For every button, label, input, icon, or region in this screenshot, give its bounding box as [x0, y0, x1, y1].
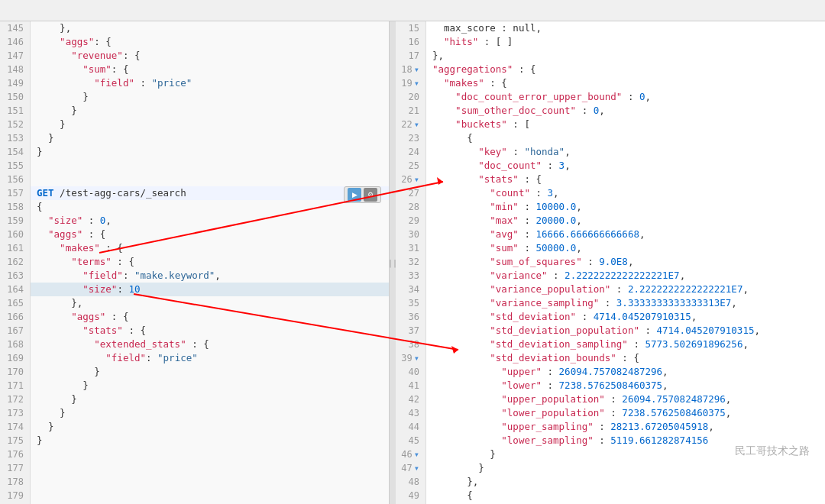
- code-line: 147 "revenue": {: [0, 49, 389, 63]
- json-number: 5773.502691896256: [645, 338, 742, 350]
- json-number: 0: [594, 105, 600, 116]
- fold-icon[interactable]: ▾: [414, 174, 419, 185]
- response-line-content: "std_deviation_sampling" : 5773.50269189…: [426, 338, 749, 351]
- settings-run-button[interactable]: ⚙: [364, 188, 377, 202]
- response-line-content: {: [426, 489, 473, 502]
- json-key: "aggs": [60, 36, 94, 47]
- line-number: 43: [396, 406, 426, 420]
- line-number: 21: [396, 104, 426, 118]
- line-number: 22▾: [396, 118, 426, 131]
- response-line: 15 max_score : null,: [396, 21, 825, 35]
- panel-divider[interactable]: ||: [390, 21, 396, 504]
- response-line-content: "doc_count" : 3,: [426, 159, 571, 173]
- line-content: }: [31, 118, 66, 131]
- line-content: },: [31, 296, 82, 310]
- json-number: 3.3333333333333313E7: [616, 297, 732, 309]
- fold-icon[interactable]: ▾: [414, 119, 419, 130]
- code-line: 172 }: [0, 393, 389, 406]
- fold-icon[interactable]: ▾: [414, 463, 419, 473]
- line-content: }: [31, 393, 77, 406]
- line-number: 26▾: [396, 173, 426, 186]
- menu-history[interactable]: [6, 8, 21, 14]
- line-content: },: [31, 21, 71, 35]
- response-line-content: "key" : "honda",: [426, 145, 571, 159]
- line-number: 175: [0, 434, 31, 447]
- menu-settings[interactable]: [21, 8, 37, 14]
- line-number: 32: [396, 255, 426, 269]
- response-line: 16 "hits" : [ ]: [396, 35, 825, 49]
- fold-icon[interactable]: ▾: [414, 64, 419, 75]
- response-line: 44 "upper_sampling" : 28213.67205045918,: [396, 420, 825, 434]
- line-content: }: [31, 90, 89, 104]
- json-key: "makes": [60, 242, 100, 254]
- json-key: "std_deviation_sampling": [490, 338, 628, 350]
- response-line-content: "upper_sampling" : 28213.67205045918,: [426, 420, 714, 434]
- json-number: 4714.045207910315: [657, 325, 755, 336]
- json-key: "buckets": [455, 118, 507, 130]
- json-key: "std_deviation_bounds": [490, 352, 616, 363]
- code-line: 178: [0, 475, 389, 489]
- response-line: 36 "std_deviation" : 4714.045207910315,: [396, 310, 825, 324]
- json-key: "field": [105, 352, 146, 363]
- line-number: 158: [0, 200, 31, 214]
- line-number: 36: [396, 310, 426, 324]
- fold-icon[interactable]: ▾: [414, 353, 419, 363]
- line-content: "terms" : {: [31, 255, 134, 269]
- json-key: "sum": [490, 242, 519, 254]
- line-number: 154: [0, 145, 31, 159]
- json-key: "stats": [478, 173, 519, 185]
- response-line: 18▾"aggregations" : {: [396, 63, 825, 76]
- code-line: 174 }: [0, 420, 389, 434]
- line-content: "size" : 0,: [31, 214, 112, 228]
- response-line: 23 {: [396, 131, 825, 145]
- line-number: 165: [0, 296, 31, 310]
- response-line: 32 "sum_of_squares" : 9.0E8,: [396, 255, 825, 269]
- code-line: 149 "field" : "price": [0, 76, 389, 90]
- json-key: "stats": [82, 325, 123, 336]
- json-number: 5119.661282874156: [610, 435, 708, 446]
- json-number: 0: [639, 91, 645, 102]
- response-line: 20 "doc_count_error_upper_bound" : 0,: [396, 90, 825, 104]
- line-content: }: [31, 131, 54, 145]
- response-line: 28 "min" : 10000.0,: [396, 200, 825, 214]
- line-number: 29: [396, 214, 426, 228]
- line-content: }: [31, 379, 89, 393]
- line-number: 178: [0, 475, 31, 489]
- response-editor[interactable]: 15 max_score : null,16 "hits" : [ ]17},1…: [396, 21, 825, 504]
- fold-icon[interactable]: ▾: [414, 449, 419, 460]
- json-key: "sum": [82, 63, 112, 75]
- line-number: 47▾: [396, 461, 426, 475]
- response-line: 35 "variance_sampling" : 3.3333333333333…: [396, 296, 825, 310]
- line-number: 170: [0, 365, 31, 379]
- json-key: "variance": [490, 270, 547, 281]
- json-number: 10000.0: [535, 201, 576, 212]
- line-number: 177: [0, 461, 31, 475]
- code-editor[interactable]: 145 },146 "aggs": {147 "revenue": {148 "…: [0, 21, 389, 504]
- response-line: 47▾ }: [396, 461, 825, 475]
- json-string: "make.keyword": [134, 270, 215, 281]
- line-number: 174: [0, 420, 31, 434]
- line-number: 19▾: [396, 76, 426, 90]
- response-line: 39▾ "std_deviation_bounds" : {: [396, 351, 825, 365]
- line-content: [31, 159, 37, 173]
- line-content: }: [31, 365, 100, 379]
- response-line-content: "doc_count_error_upper_bound" : 0,: [426, 90, 651, 104]
- line-number: 153: [0, 131, 31, 145]
- code-line: 150 }: [0, 90, 389, 104]
- line-content: }: [31, 145, 43, 159]
- json-key: "variance_sampling": [490, 297, 599, 309]
- response-line: 43 "lower_population" : 7238.57625084603…: [396, 406, 825, 420]
- line-content: [31, 447, 37, 461]
- line-number: 160: [0, 228, 31, 241]
- response-line-content: "std_deviation_population" : 4714.045207…: [426, 324, 760, 338]
- fold-icon[interactable]: ▾: [414, 78, 419, 89]
- response-line: 30 "avg" : 16666.666666666668,: [396, 228, 825, 241]
- response-line-content: "stats" : {: [426, 173, 542, 186]
- menu-help[interactable]: [37, 8, 52, 14]
- code-line: 165 },: [0, 296, 389, 310]
- line-content: "makes" : {: [31, 241, 123, 255]
- run-button[interactable]: ▶: [348, 188, 361, 202]
- response-line-content: "sum_other_doc_count" : 0,: [426, 104, 605, 118]
- line-number: 168: [0, 338, 31, 351]
- line-number: 17: [396, 49, 426, 63]
